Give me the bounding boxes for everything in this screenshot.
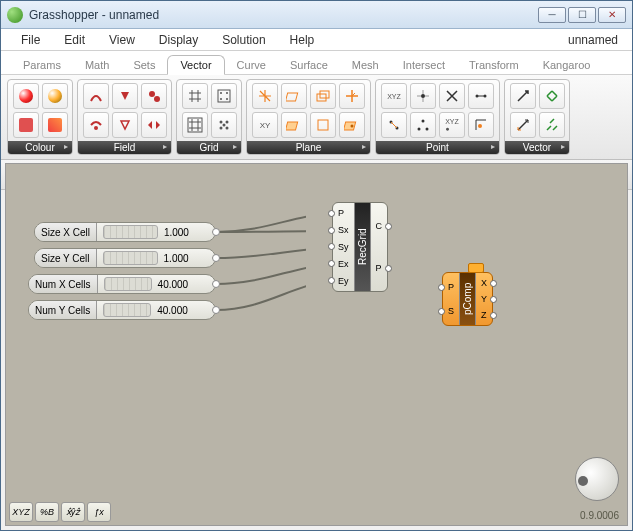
tab-kangaroo[interactable]: Kangaroo — [531, 56, 603, 74]
vector-tool-2[interactable] — [539, 83, 565, 109]
svg-point-2 — [94, 126, 98, 130]
field-tool-5[interactable] — [112, 112, 138, 138]
mini-xyz2-button[interactable]: x̂ŷẑ — [61, 502, 85, 522]
point-tool-6[interactable] — [410, 112, 436, 138]
svg-point-6 — [220, 98, 222, 100]
grid-tool-1[interactable] — [182, 83, 208, 109]
slider-size-x[interactable]: Size X Cell 1.000 — [34, 222, 216, 242]
svg-rect-19 — [344, 122, 356, 130]
field-tool-6[interactable] — [141, 112, 167, 138]
slider-num-y[interactable]: Num Y Cells 40.000 — [28, 300, 216, 320]
slider-num-x[interactable]: Num X Cells 40.000 — [28, 274, 216, 294]
menu-view[interactable]: View — [97, 31, 147, 49]
svg-rect-16 — [320, 91, 329, 98]
field-tool-3[interactable] — [141, 83, 167, 109]
output-port[interactable] — [490, 312, 497, 319]
canvas[interactable]: Size X Cell 1.000 Size Y Cell 1.000 Num … — [5, 163, 628, 526]
point-tool-2[interactable] — [410, 83, 436, 109]
tab-surface[interactable]: Surface — [278, 56, 340, 74]
point-tool-4[interactable] — [468, 83, 494, 109]
ribbon: Colour Field Grid — [1, 75, 632, 160]
input-port[interactable] — [328, 227, 335, 234]
input-port[interactable] — [328, 260, 335, 267]
svg-point-24 — [390, 121, 393, 124]
titlebar: Grasshopper - unnamed ─ ☐ ✕ — [1, 1, 632, 29]
slider-output[interactable] — [212, 280, 220, 288]
output-port[interactable] — [490, 296, 497, 303]
point-tool-3[interactable] — [439, 83, 465, 109]
plane-tool-5[interactable]: XY — [252, 112, 278, 138]
menu-solution[interactable]: Solution — [210, 31, 277, 49]
menu-file[interactable]: File — [9, 31, 52, 49]
point-tool-5[interactable] — [381, 112, 407, 138]
vector-tool-1[interactable] — [510, 83, 536, 109]
input-port[interactable] — [328, 210, 335, 217]
vector-tool-3[interactable] — [510, 112, 536, 138]
svg-point-13 — [222, 124, 225, 127]
point-tool-1[interactable]: XYZ — [381, 83, 407, 109]
input-port[interactable] — [328, 277, 335, 284]
component-pcomp[interactable]: P S pComp X Y Z — [442, 272, 493, 326]
svg-rect-14 — [286, 93, 298, 101]
input-port[interactable] — [328, 243, 335, 250]
mini-fx-button[interactable]: ƒx — [87, 502, 111, 522]
svg-rect-8 — [188, 118, 202, 132]
menu-display[interactable]: Display — [147, 31, 210, 49]
output-port[interactable] — [385, 265, 392, 272]
tab-intersect[interactable]: Intersect — [391, 56, 457, 74]
plane-tool-1[interactable] — [252, 83, 278, 109]
slider-output[interactable] — [212, 254, 220, 262]
tab-math[interactable]: Math — [73, 56, 121, 74]
svg-rect-17 — [286, 122, 298, 130]
mini-percent-button[interactable]: %B — [35, 502, 59, 522]
colour-tool-2[interactable] — [42, 83, 68, 109]
plane-tool-7[interactable] — [310, 112, 336, 138]
svg-point-28 — [426, 128, 429, 131]
plane-tool-4[interactable] — [339, 83, 365, 109]
minimize-button[interactable]: ─ — [538, 7, 566, 23]
colour-tool-3[interactable] — [13, 112, 39, 138]
menu-help[interactable]: Help — [278, 31, 327, 49]
slider-size-y[interactable]: Size Y Cell 1.000 — [34, 248, 216, 268]
close-button[interactable]: ✕ — [598, 7, 626, 23]
svg-rect-3 — [218, 90, 230, 102]
grid-tool-2[interactable] — [211, 83, 237, 109]
grid-tool-4[interactable] — [211, 112, 237, 138]
compass-widget[interactable] — [575, 457, 619, 501]
input-port[interactable] — [438, 308, 445, 315]
plane-tool-3[interactable] — [310, 83, 336, 109]
menu-edit[interactable]: Edit — [52, 31, 97, 49]
tab-mesh[interactable]: Mesh — [340, 56, 391, 74]
point-tool-7[interactable]: XYZ● — [439, 112, 465, 138]
tab-sets[interactable]: Sets — [121, 56, 167, 74]
svg-point-9 — [219, 121, 222, 124]
maximize-button[interactable]: ☐ — [568, 7, 596, 23]
plane-tool-2[interactable] — [281, 83, 307, 109]
field-tool-2[interactable] — [112, 83, 138, 109]
slider-output[interactable] — [212, 228, 220, 236]
output-port[interactable] — [490, 280, 497, 287]
vector-tool-4[interactable] — [539, 112, 565, 138]
app-icon — [7, 7, 23, 23]
tab-vector[interactable]: Vector — [167, 55, 224, 75]
mini-xyz-button[interactable]: XYZ — [9, 502, 33, 522]
colour-tool-4[interactable] — [42, 112, 68, 138]
svg-point-4 — [220, 92, 222, 94]
component-recgrid[interactable]: P Sx Sy Ex Ey RecGrid C P — [332, 202, 388, 292]
slider-output[interactable] — [212, 306, 220, 314]
field-tool-1[interactable] — [83, 83, 109, 109]
grid-tool-3[interactable] — [182, 112, 208, 138]
plane-tool-8[interactable] — [339, 112, 365, 138]
plane-tool-6[interactable] — [281, 112, 307, 138]
colour-tool-1[interactable] — [13, 83, 39, 109]
tab-curve[interactable]: Curve — [225, 56, 278, 74]
point-tool-8[interactable] — [468, 112, 494, 138]
tab-transform[interactable]: Transform — [457, 56, 531, 74]
svg-point-23 — [484, 95, 487, 98]
warning-badge[interactable] — [468, 263, 484, 273]
field-tool-4[interactable] — [83, 112, 109, 138]
output-port[interactable] — [385, 223, 392, 230]
tab-params[interactable]: Params — [11, 56, 73, 74]
input-port[interactable] — [438, 284, 445, 291]
svg-rect-18 — [318, 120, 328, 130]
